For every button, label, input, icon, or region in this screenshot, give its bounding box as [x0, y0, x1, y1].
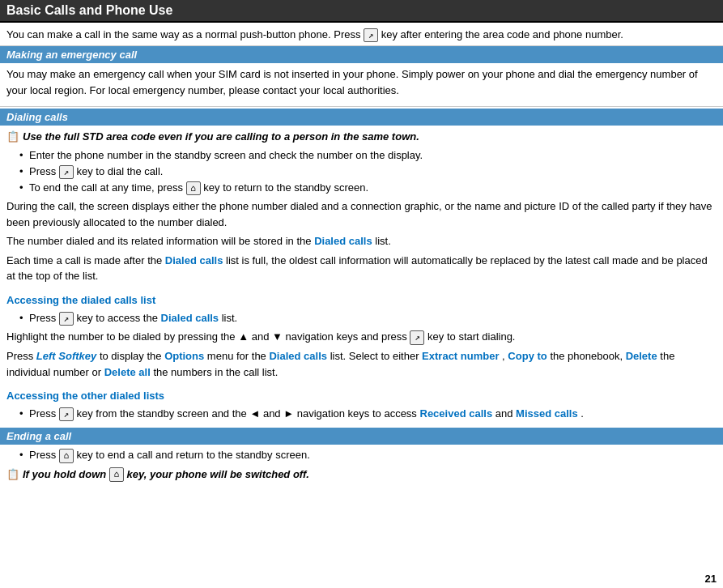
dialing-bullet-1-text: Enter the phone number in the standby sc…: [29, 149, 423, 161]
dialing-bullet-3: To end the call at any time, press ⌂ key…: [19, 181, 717, 195]
intro-text: You can make a call in the same way as a…: [6, 28, 360, 40]
ending-note-start: If you hold down: [23, 468, 106, 480]
emergency-call-content: You may make an emergency call when your…: [0, 63, 723, 104]
accessing-dialed-para2: Press Left Softkey to display the Option…: [6, 348, 717, 380]
dialed-calls-ref-2: Dialed calls: [165, 254, 223, 266]
delete-all-ref: Delete all: [104, 366, 151, 378]
accessing-dialed-content: Press ↗ key to access the Dialed calls l…: [0, 308, 723, 386]
ending-note-line: 📋 If you hold down ⌂ key, your phone wil…: [6, 467, 717, 483]
end-call-key: ⌂: [59, 449, 74, 462]
start-dialing-key: ↗: [410, 330, 424, 346]
ending-call-content: Press ⌂ key to end a call and return to …: [0, 445, 723, 488]
page-title: Basic Calls and Phone Use: [0, 0, 723, 23]
dialed-calls-ref-1: Dialed calls: [314, 235, 372, 247]
dialing-bullet-2: Press ↗ key to dial the call.: [19, 164, 717, 179]
intro-paragraph: You can make a call in the same way as a…: [0, 23, 723, 46]
hold-key: ⌂: [109, 467, 124, 483]
ending-note-end: key, your phone will be switched off.: [127, 468, 309, 480]
emergency-call-text: You may make an emergency call when your…: [6, 66, 717, 98]
dialing-para-1: During the call, the screen displays eit…: [6, 198, 717, 230]
received-calls-ref: Received calls: [420, 407, 493, 420]
delete-ref: Delete: [626, 350, 657, 362]
left-softkey-ref: Left Softkey: [36, 350, 96, 362]
dialing-bullet-3-suffix: key to return to the standby screen.: [203, 181, 368, 194]
accessing-dialed-para1: Highlight the number to be dialed by pre…: [6, 329, 717, 345]
access-key: ↗: [59, 312, 74, 326]
accessing-other-title: Accessing the other dialed lists: [0, 386, 723, 403]
dialing-bullet-1: Enter the phone number in the standby sc…: [19, 148, 717, 163]
dialing-bullet-2-suffix: key to dial the call.: [76, 165, 163, 177]
copy-to-ref: Copy to: [508, 350, 547, 362]
other-access-key: ↗: [59, 407, 74, 421]
page-container: Basic Calls and Phone Use You can make a…: [0, 0, 723, 588]
dialing-bullet-2-pre: Press: [29, 165, 56, 177]
ending-call-bullet-1: Press ⌂ key to end a call and return to …: [19, 448, 717, 462]
page-number: 21: [705, 573, 717, 585]
note-icon: 📋: [6, 129, 19, 145]
dial-key: ↗: [59, 165, 74, 179]
options-ref: Options: [164, 350, 204, 362]
dialing-calls-header: Dialing calls: [0, 109, 723, 126]
accessing-dialed-bullet-1: Press ↗ key to access the Dialed calls l…: [19, 311, 717, 326]
dialing-bullet-3-pre: To end the call at any time, press: [29, 181, 183, 194]
accessing-dialed-bullets: Press ↗ key to access the Dialed calls l…: [6, 311, 717, 326]
dialing-bullets: Enter the phone number in the standby sc…: [6, 148, 717, 196]
dialed-calls-ref-3: Dialed calls: [269, 350, 327, 362]
dialing-para-2: The number dialed and its related inform…: [6, 233, 717, 249]
dialed-calls-link: Dialed calls: [161, 312, 219, 324]
accessing-dialed-title: Accessing the dialed calls list: [0, 291, 723, 308]
divider-1: [0, 106, 723, 107]
end-key: ⌂: [186, 181, 201, 195]
ending-call-header: Ending a call: [0, 428, 723, 445]
emergency-call-header: Making an emergency call: [0, 46, 723, 63]
missed-calls-ref: Missed calls: [516, 407, 578, 420]
dialing-calls-content: 📋 Use the full STD area code even if you…: [0, 126, 723, 291]
extract-number-ref: Extract number: [422, 350, 499, 362]
dialing-para-3: Each time a call is made after the Diale…: [6, 253, 717, 284]
intro-suffix: key after entering the area code and pho…: [381, 28, 623, 40]
ending-note-icon: 📋: [6, 467, 19, 483]
dialing-note-line: 📋 Use the full STD area code even if you…: [6, 129, 717, 145]
call-key-icon: ↗: [364, 28, 378, 42]
accessing-other-bullets: Press ↗ key from the standby screen and …: [6, 407, 717, 421]
dialing-note-text: Use the full STD area code even if you a…: [23, 129, 419, 145]
accessing-other-bullet-1: Press ↗ key from the standby screen and …: [19, 407, 717, 421]
accessing-other-content: Press ↗ key from the standby screen and …: [0, 403, 723, 428]
ending-call-bullets: Press ⌂ key to end a call and return to …: [6, 448, 717, 462]
